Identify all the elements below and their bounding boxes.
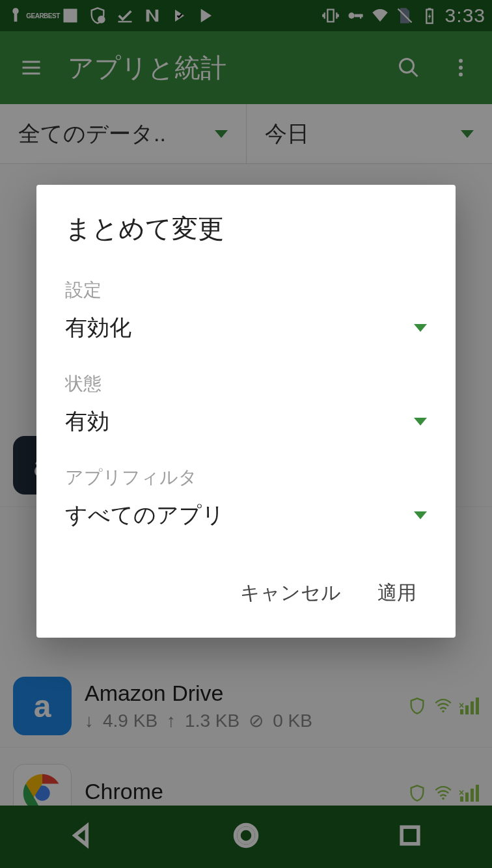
apply-button[interactable]: 適用 (372, 572, 422, 614)
batch-change-dialog: まとめて変更 設定 有効化 状態 有効 アプリフィルタ すべてのアプリ キャンセ… (36, 185, 456, 638)
dialog-title: まとめて変更 (65, 211, 427, 247)
setting-field[interactable]: 設定 有効化 (65, 278, 427, 343)
dropdown-icon (414, 324, 427, 332)
appfilter-value: すべてのアプリ (65, 500, 225, 530)
state-value: 有効 (65, 407, 109, 437)
state-field[interactable]: 状態 有効 (65, 372, 427, 437)
dialog-actions: キャンセル 適用 (65, 559, 427, 625)
state-label: 状態 (65, 372, 427, 396)
setting-value: 有効化 (65, 313, 131, 343)
appfilter-field[interactable]: アプリフィルタ すべてのアプリ (65, 465, 427, 530)
dropdown-icon (414, 511, 427, 519)
appfilter-label: アプリフィルタ (65, 465, 427, 490)
setting-label: 設定 (65, 278, 427, 303)
cancel-button[interactable]: キャンセル (235, 572, 346, 614)
dropdown-icon (414, 418, 427, 426)
